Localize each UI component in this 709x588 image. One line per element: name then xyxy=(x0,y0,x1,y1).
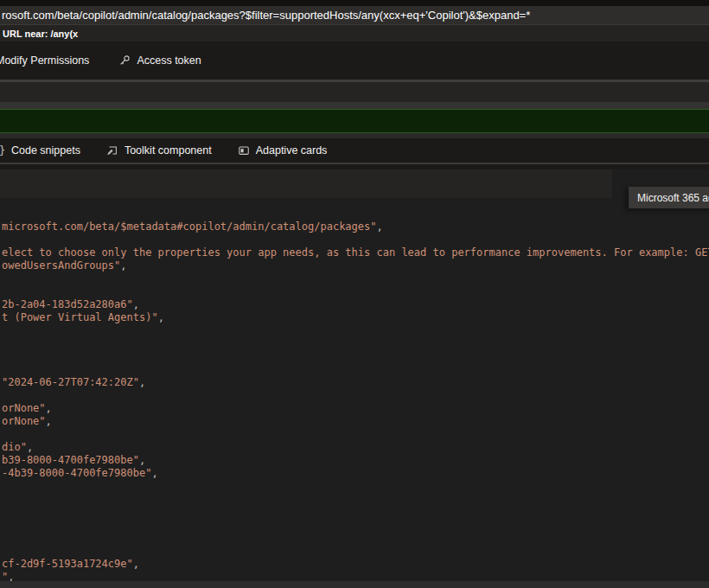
code-line xyxy=(0,285,709,298)
code-line: orNone", xyxy=(0,402,709,415)
request-url-input[interactable] xyxy=(0,6,709,24)
code-icon: {} xyxy=(0,144,5,157)
code-line: t (Power Virtual Agents)", xyxy=(0,311,709,324)
code-line xyxy=(0,337,709,350)
response-header-band xyxy=(0,169,612,198)
code-line xyxy=(0,519,709,532)
code-line: 2b-2a04-183d52a280a6", xyxy=(0,298,709,311)
code-line: -4b39-8000-4700fe7980be", xyxy=(0,467,709,480)
code-line: dio", xyxy=(0,441,709,454)
key-icon xyxy=(118,54,131,67)
code-line xyxy=(0,532,709,545)
code-line xyxy=(0,324,709,337)
tab-code-snippets[interactable]: {}Code snippets xyxy=(0,144,80,157)
m365-admin-tooltip: Microsoft 365 adm xyxy=(629,187,709,208)
code-line xyxy=(0,506,709,519)
tab-toolkit-component[interactable]: Toolkit component xyxy=(106,144,212,157)
tab-access-token[interactable]: Access token xyxy=(118,54,201,67)
code-line: orNone", xyxy=(0,415,709,428)
code-line xyxy=(0,363,709,376)
response-json: microsoft.com/beta/$metadata#copilot/adm… xyxy=(0,198,709,581)
code-line xyxy=(0,233,709,246)
tab-adaptive-cards[interactable]: Adaptive cards xyxy=(238,144,328,157)
request-tabs: Modify PermissionsAccess token xyxy=(0,42,709,80)
code-line: owedUsersAndGroups", xyxy=(0,259,709,272)
response-editor[interactable]: microsoft.com/beta/$metadata#copilot/adm… xyxy=(0,198,709,581)
request-body-band xyxy=(0,82,709,102)
code-line: "2024-06-27T07:42:20Z", xyxy=(0,376,709,389)
code-line xyxy=(0,272,709,285)
code-line: b39-8000-4700fe7980be", xyxy=(0,454,709,467)
code-line xyxy=(0,389,709,402)
code-line xyxy=(0,545,709,558)
tab-label: Modify Permissions xyxy=(0,54,89,67)
code-line: microsoft.com/beta/$metadata#copilot/adm… xyxy=(0,220,709,233)
tab-label: Code snippets xyxy=(11,144,80,157)
horizontal-scrollbar[interactable] xyxy=(0,581,709,588)
url-error-hint: URL near: /any(x xyxy=(0,29,78,39)
tooltip-text: Microsoft 365 adm xyxy=(637,192,709,204)
response-success-banner xyxy=(0,109,709,133)
response-tabs: {}Code snippetsToolkit componentAdaptive… xyxy=(0,138,709,163)
code-line xyxy=(0,350,709,363)
code-line: cf-2d9f-5193a1724c9e", xyxy=(0,558,709,571)
code-line xyxy=(0,428,709,441)
tab-label: Adaptive cards xyxy=(256,144,328,157)
tab-modify-permissions[interactable]: Modify Permissions xyxy=(0,54,89,67)
toolkit-icon xyxy=(106,144,118,157)
code-line xyxy=(0,480,709,493)
top-strip xyxy=(0,0,709,6)
graph-explorer-window: URL near: /any(x Modify PermissionsAcces… xyxy=(0,0,709,588)
band-light xyxy=(0,102,709,109)
tab-label: Access token xyxy=(137,54,201,67)
request-url-bar xyxy=(0,6,709,25)
code-line: ", xyxy=(0,571,709,581)
card-icon xyxy=(238,144,250,157)
code-line xyxy=(0,493,709,506)
tab-label: Toolkit component xyxy=(125,144,212,157)
code-line: elect to choose only the properties your… xyxy=(0,246,709,259)
url-error-row: URL near: /any(x xyxy=(0,25,709,42)
